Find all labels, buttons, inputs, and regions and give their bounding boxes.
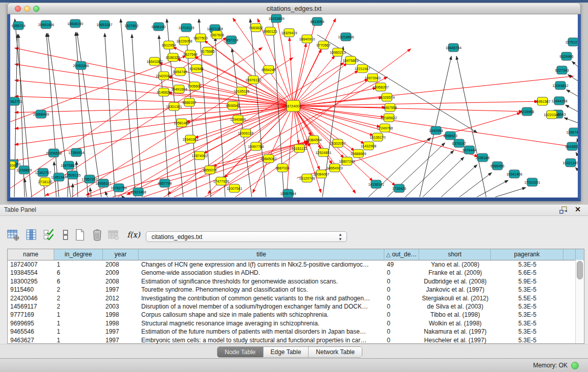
- graph-node[interactable]: 18226058: [176, 37, 192, 45]
- graph-node[interactable]: 10962751: [10, 97, 23, 105]
- graph-node[interactable]: 1440954: [429, 126, 443, 135]
- graph-node[interactable]: 16906118: [238, 129, 254, 137]
- table-cell-in_degree[interactable]: 1: [54, 311, 103, 319]
- citation-edge[interactable]: [423, 157, 464, 197]
- table-cell-in_degree[interactable]: 2: [54, 302, 103, 311]
- graph-node[interactable]: 15751074: [565, 38, 578, 46]
- graph-node[interactable]: 8186328: [166, 53, 180, 61]
- table-cell-year[interactable]: 2012: [103, 294, 139, 302]
- table-cell-year[interactable]: 2008: [103, 277, 139, 286]
- table-row[interactable]: 977716911998Corpus callosum shape and si…: [8, 311, 584, 319]
- column-header-name[interactable]: name: [8, 249, 54, 260]
- graph-node[interactable]: 6466140: [151, 23, 165, 31]
- graph-node[interactable]: 19218896: [338, 33, 354, 41]
- table-cell-year[interactable]: 2003: [103, 302, 139, 311]
- table-cell-title[interactable]: Disruption of a novel member of a sodium…: [139, 302, 384, 311]
- graph-node[interactable]: 9643855: [565, 142, 578, 150]
- graph-node[interactable]: 18807249: [339, 157, 355, 165]
- table-cell-short[interactable]: Franke et al. (2009): [419, 269, 491, 277]
- table-cell-year[interactable]: 2009: [103, 269, 139, 277]
- citation-edge[interactable]: [187, 36, 197, 197]
- table-cell-short[interactable]: Yano et al. (2008): [419, 260, 491, 269]
- table-settings-button[interactable]: [6, 227, 20, 243]
- table-cell-out_de…[interactable]: 0: [384, 319, 419, 327]
- table-cell-out_de…[interactable]: 0: [384, 311, 419, 319]
- table-row[interactable]: 946554611997Estimation of the future num…: [8, 327, 584, 336]
- graph-node[interactable]: 10688609: [350, 149, 366, 158]
- table-cell-out_de…[interactable]: 0: [384, 336, 419, 344]
- graph-node[interactable]: 9827548: [183, 50, 197, 58]
- table-cell-pagerank[interactable]: 5.3E-5: [491, 286, 563, 294]
- graph-node[interactable]: 9175685: [201, 47, 214, 55]
- table-cell-pagerank[interactable]: 5.3E-5: [491, 319, 563, 327]
- citation-edge[interactable]: [215, 37, 225, 197]
- table-cell-title[interactable]: Changes of HCN gene expression and I(f) …: [139, 260, 384, 269]
- graph-node[interactable]: 9857794: [158, 179, 171, 187]
- graph-node[interactable]: 15958207: [373, 83, 388, 91]
- graph-node[interactable]: 9146821: [157, 88, 170, 96]
- graph-node[interactable]: 9227343: [555, 66, 569, 74]
- table-selector-dropdown[interactable]: citations_edges.txt ▲▼: [146, 231, 347, 242]
- table-cell-short[interactable]: Hescheler et al. (1997): [419, 336, 491, 344]
- table-cell-short[interactable]: Tibbo et al. (1998): [419, 311, 491, 319]
- graph-node[interactable]: 18838190: [67, 19, 83, 28]
- graph-node[interactable]: 16033809: [268, 14, 284, 23]
- table-cell-name[interactable]: 18724007: [8, 260, 54, 269]
- graph-node[interactable]: 7905600: [187, 82, 201, 90]
- graph-node[interactable]: 7857224: [224, 36, 238, 44]
- graph-node[interactable]: 17249768: [377, 124, 393, 132]
- graph-node[interactable]: 12667469: [566, 128, 578, 136]
- graph-node[interactable]: 11026574: [379, 93, 395, 101]
- table-cell-pagerank[interactable]: 5.6E-5: [491, 269, 563, 277]
- table-cell-pagerank[interactable]: 5.3E-5: [491, 302, 563, 311]
- citation-edge[interactable]: [293, 106, 364, 144]
- graph-node[interactable]: 14136141: [368, 180, 384, 188]
- citation-edge[interactable]: [565, 105, 578, 112]
- table-row[interactable]: 969969511998Structural magnetic resonanc…: [8, 319, 584, 327]
- graph-node[interactable]: 8813054: [310, 17, 324, 26]
- table-cell-in_degree[interactable]: 1: [54, 319, 103, 327]
- graph-node[interactable]: 10341456: [506, 170, 522, 178]
- citation-edge[interactable]: [48, 33, 71, 197]
- table-row[interactable]: 911546021997Tourette syndrome. Phenomeno…: [8, 286, 584, 294]
- table-cell-name[interactable]: 19384554: [8, 269, 54, 277]
- table-cell-name[interactable]: 18300295: [8, 277, 54, 286]
- citation-edge[interactable]: [572, 61, 578, 67]
- citation-edge[interactable]: [121, 19, 136, 197]
- table-cell-spacer[interactable]: [563, 294, 576, 302]
- citation-edge[interactable]: [441, 165, 477, 197]
- graph-node[interactable]: 11007541: [227, 184, 243, 192]
- citation-edge[interactable]: [577, 139, 578, 141]
- function-builder-button[interactable]: f(x): [125, 227, 142, 243]
- graph-node[interactable]: 9329966: [559, 52, 573, 60]
- scrollbar-thumb[interactable]: [577, 261, 583, 279]
- window-titlebar[interactable]: citations_edges.txt: [7, 3, 581, 14]
- table-cell-short[interactable]: Jankovic et al. (1997): [419, 286, 491, 294]
- graph-node[interactable]: 2718120: [38, 178, 52, 186]
- citation-edge[interactable]: [567, 90, 578, 96]
- table-cell-title[interactable]: Estimation of the future numbers of pati…: [139, 327, 384, 336]
- graph-node[interactable]: 18301301: [166, 102, 182, 111]
- table-cell-in_degree[interactable]: 1: [54, 336, 103, 344]
- show-columns-button[interactable]: [25, 227, 39, 243]
- table-cell-short[interactable]: Nakamura et al. (1997): [419, 327, 491, 336]
- graph-node[interactable]: 18640910: [299, 35, 315, 43]
- citation-edge[interactable]: [293, 106, 522, 112]
- graph-node[interactable]: 12923468: [130, 188, 146, 196]
- citation-edge[interactable]: [564, 118, 578, 123]
- citation-edge[interactable]: [90, 188, 91, 197]
- graph-node[interactable]: 10719135: [178, 24, 194, 32]
- table-cell-name[interactable]: 14569117: [8, 302, 54, 311]
- graph-node[interactable]: 16136170: [369, 133, 385, 141]
- table-cell-short[interactable]: Wolkin et al. (1998): [419, 319, 491, 327]
- graph-node[interactable]: 9565456: [490, 162, 504, 170]
- graph-node[interactable]: 10321245: [562, 159, 578, 167]
- table-cell-year[interactable]: 1998: [103, 319, 139, 327]
- table-row[interactable]: 946362711997Embryonic stem cells: a mode…: [8, 336, 584, 344]
- graph-node[interactable]: 18654923: [326, 164, 342, 172]
- import-table-button[interactable]: [106, 227, 121, 243]
- network-canvas[interactable]: 9355724206914061883819010653287152760264…: [10, 14, 578, 198]
- table-cell-spacer[interactable]: [563, 302, 576, 311]
- tab-network-table[interactable]: Network Table: [309, 347, 362, 357]
- table-cell-in_degree[interactable]: 2: [54, 294, 103, 302]
